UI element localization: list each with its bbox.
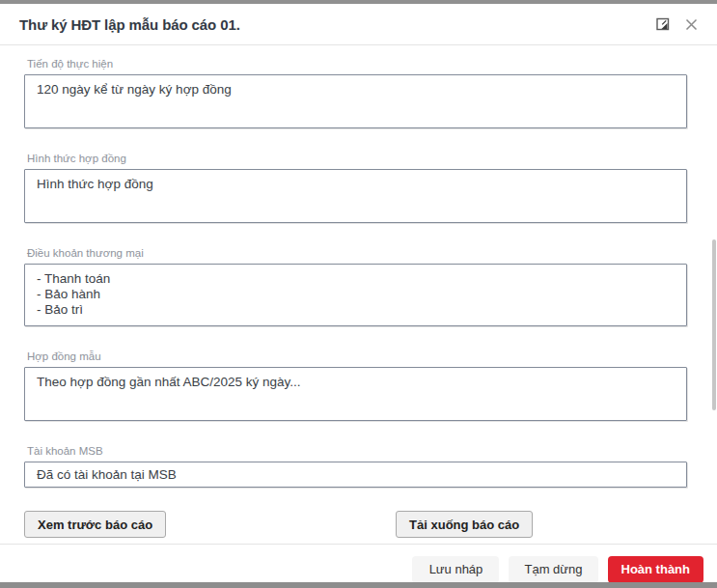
- maximize-button[interactable]: [654, 15, 672, 33]
- dialog-body: Tiến độ thực hiện 120 ngày kể từ ngày ký…: [0, 45, 717, 538]
- field-msb-account: Tài khoản MSB: [24, 445, 687, 488]
- dialog-header: Thư ký HĐT lập mẫu báo cáo 01.: [0, 4, 717, 45]
- field-commercial-terms: Điều khoản thương mại - Thanh toán - Bảo…: [24, 247, 687, 330]
- field-contract-template: Hợp đồng mẫu Theo hợp đồng gần nhất ABC/…: [24, 350, 687, 425]
- background-page-edge-top: [0, 0, 717, 4]
- field-contract-template-textarea[interactable]: Theo hợp đồng gần nhất ABC/2025 ký ngày.…: [24, 367, 687, 421]
- complete-button[interactable]: Hoàn thành: [608, 556, 704, 583]
- field-progress-label: Tiến độ thực hiện: [27, 58, 687, 70]
- field-commercial-terms-textarea[interactable]: - Thanh toán - Bảo hành - Bảo trì: [24, 264, 687, 326]
- field-commercial-terms-label: Điều khoản thương mại: [27, 247, 687, 259]
- save-draft-button[interactable]: Lưu nháp: [412, 556, 499, 583]
- scrollbar-thumb[interactable]: [712, 239, 716, 410]
- field-contract-form-textarea[interactable]: Hình thức hợp đồng: [24, 169, 687, 223]
- pause-button[interactable]: Tạm dừng: [509, 556, 597, 583]
- download-report-button[interactable]: Tải xuống báo cáo: [396, 511, 533, 538]
- background-page-edge-bottom: [0, 582, 717, 588]
- field-msb-account-input[interactable]: [24, 462, 687, 488]
- close-icon: [685, 18, 698, 31]
- maximize-icon: [656, 17, 670, 31]
- report-actions-row: Xem trước báo cáo Tải xuống báo cáo: [24, 511, 687, 538]
- screen: Thư ký HĐT lập mẫu báo cáo 01.: [0, 0, 717, 588]
- field-contract-form: Hình thức hợp đồng Hình thức hợp đồng: [24, 153, 687, 227]
- dialog-header-icons: [654, 15, 700, 33]
- field-progress: Tiến độ thực hiện 120 ngày kể từ ngày ký…: [24, 58, 687, 132]
- field-msb-account-label: Tài khoản MSB: [27, 445, 687, 457]
- close-button[interactable]: [683, 16, 700, 33]
- dialog-title: Thư ký HĐT lập mẫu báo cáo 01.: [19, 16, 240, 33]
- field-contract-template-label: Hợp đồng mẫu: [27, 350, 687, 362]
- preview-report-button[interactable]: Xem trước báo cáo: [24, 511, 166, 538]
- field-progress-textarea[interactable]: 120 ngày kể từ ngày ký hợp đồng: [24, 74, 687, 128]
- field-contract-form-label: Hình thức hợp đồng: [27, 153, 687, 164]
- report-dialog: Thư ký HĐT lập mẫu báo cáo 01.: [0, 4, 717, 582]
